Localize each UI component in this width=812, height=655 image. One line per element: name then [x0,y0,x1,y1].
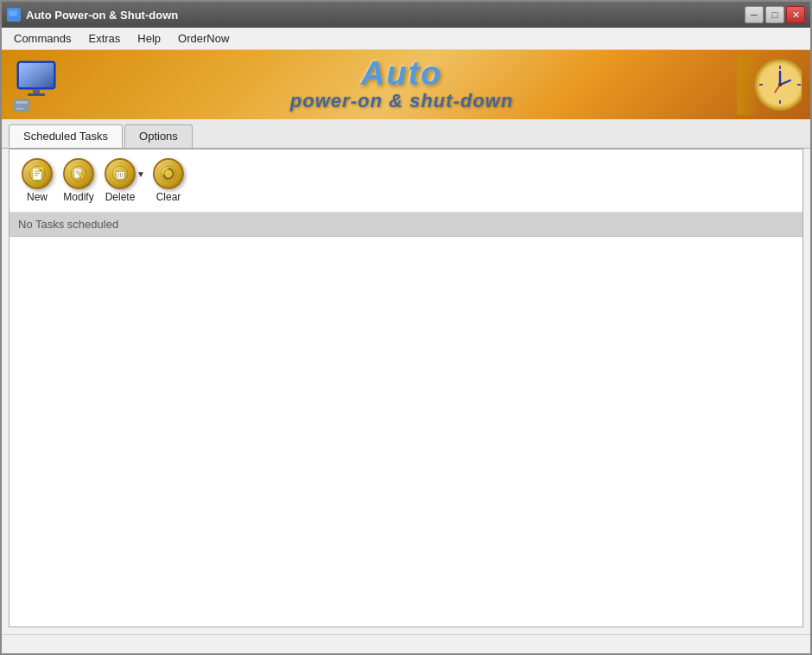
title-bar: Auto Power-on & Shut-down ─ □ ✕ [2,2,810,28]
menu-bar: Commands Extras Help OrderNow [2,28,810,50]
close-button[interactable]: ✕ [786,6,805,23]
menu-extras[interactable]: Extras [79,29,129,48]
banner-clock-icon [733,54,802,115]
banner-subtitle-text: power-on & shut-down [290,90,513,112]
app-icon [7,8,21,22]
svg-rect-11 [16,108,23,110]
modify-label: Modify [63,191,93,203]
banner-computer-icon [10,54,71,115]
delete-dropdown-arrow[interactable]: ▼ [136,158,146,189]
svg-rect-9 [16,101,28,104]
svg-rect-0 [9,10,17,16]
svg-rect-2 [10,18,16,19]
svg-point-22 [778,83,782,86]
modify-button[interactable]: Modify [60,156,98,205]
clear-button[interactable]: Clear [149,156,187,205]
minimize-button[interactable]: ─ [745,6,764,23]
clear-label: Clear [156,191,181,203]
toolbar: ✦ New [10,149,802,213]
svg-point-47 [168,173,169,175]
window-title: Auto Power-on & Shut-down [26,9,178,22]
svg-rect-5 [19,63,54,87]
delete-button[interactable]: Delete [101,156,139,205]
task-list: No Tasks scheduled [10,213,802,626]
status-bar [2,634,810,653]
svg-point-10 [17,105,20,108]
svg-text:✦: ✦ [39,168,42,173]
maximize-button[interactable]: □ [765,6,784,23]
modify-icon [63,158,94,189]
new-label: New [27,191,48,203]
banner: Auto power-on & shut-down [2,50,810,119]
tabs-area: Scheduled Tasks Options [2,119,810,149]
svg-rect-40 [118,169,123,172]
svg-rect-7 [28,93,45,96]
content-area: ✦ New [9,149,803,627]
no-tasks-message: No Tasks scheduled [10,213,802,237]
tab-scheduled-tasks[interactable]: Scheduled Tasks [9,124,123,148]
banner-title: Auto power-on & shut-down [71,57,733,112]
clear-icon [153,158,184,189]
menu-commands[interactable]: Commands [5,29,79,48]
new-button[interactable]: ✦ New [18,156,56,205]
svg-rect-23 [737,54,758,115]
svg-rect-1 [10,16,16,18]
menu-ordernow[interactable]: OrderNow [169,29,238,48]
delete-wrapper: Delete ▼ [101,156,146,205]
banner-title-text: Auto [361,57,443,90]
new-icon: ✦ [22,158,53,189]
menu-help[interactable]: Help [129,29,169,48]
delete-icon [105,158,136,189]
window-controls: ─ □ ✕ [745,6,805,23]
delete-label: Delete [105,191,136,203]
tab-options[interactable]: Options [124,124,193,148]
app-window: Auto Power-on & Shut-down ─ □ ✕ Commands… [0,0,812,655]
